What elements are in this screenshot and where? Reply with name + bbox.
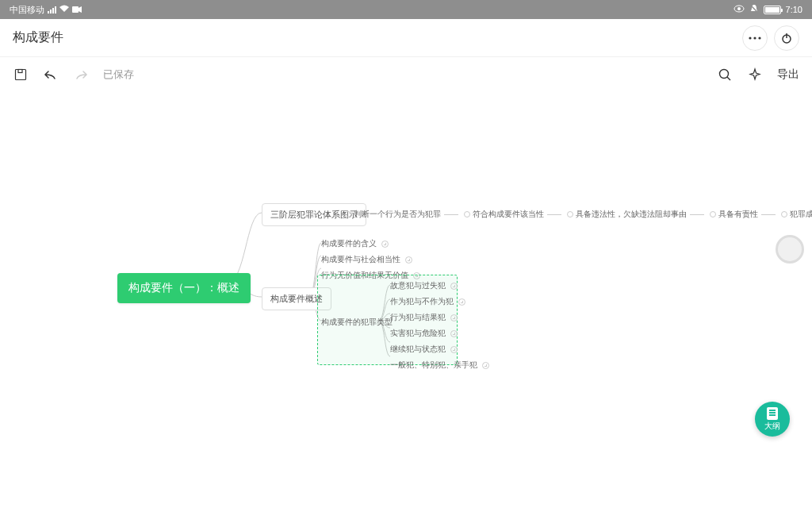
type-node-label: 作为犯与不作为犯: [390, 296, 454, 307]
flow-step[interactable]: 具备违法性，欠缺违法阻却事由: [576, 209, 687, 220]
types-node-label: 构成要件的犯罪类型: [321, 318, 393, 326]
svg-rect-10: [18, 70, 22, 73]
expand-icon[interactable]: [405, 256, 412, 264]
svg-point-5: [753, 37, 756, 39]
overview-node-label: 构成要件概述: [270, 294, 323, 303]
export-button[interactable]: 导出: [777, 67, 799, 82]
type-node-label: 继续犯与状态犯: [390, 344, 446, 355]
svg-line-12: [727, 77, 730, 80]
sparkle-icon[interactable]: [747, 67, 763, 83]
flow-step[interactable]: 判断一个行为是否为犯罪: [354, 209, 441, 220]
expand-icon[interactable]: [450, 346, 458, 353]
status-left: 中国移动: [10, 4, 82, 16]
search-icon[interactable]: [717, 67, 733, 83]
undo-icon[interactable]: [43, 67, 59, 83]
eye-icon: [733, 5, 745, 14]
type-node-label: 一般犯、特别犯、亲手犯: [390, 360, 477, 371]
svg-rect-0: [72, 6, 79, 13]
types-node[interactable]: 构成要件的犯罪类型: [321, 317, 393, 328]
bell-off-icon: [749, 4, 759, 15]
type-node[interactable]: 继续犯与状态犯: [390, 344, 489, 355]
svg-point-2: [737, 7, 741, 10]
sub-node[interactable]: 构成要件的含义: [321, 238, 420, 249]
document-icon: [767, 407, 778, 420]
outline-fab[interactable]: 大纲: [755, 402, 790, 437]
redo-icon[interactable]: [73, 67, 89, 83]
expand-icon[interactable]: [482, 362, 489, 369]
flow-step[interactable]: 犯罪成立: [790, 209, 812, 220]
power-button[interactable]: [774, 25, 799, 51]
expand-icon[interactable]: [450, 283, 458, 290]
android-status-bar: 中国移动 7:10: [0, 0, 812, 19]
sub-node-label: 构成要件与社会相当性: [321, 254, 400, 265]
battery-icon: [764, 6, 781, 14]
clock-label: 7:10: [786, 5, 802, 14]
title-bar: 构成要件: [0, 19, 812, 57]
mindmap-canvas[interactable]: 构成要件（一）：概述 三阶层犯罪论体系图示 判断一个行为是否为犯罪 符合构成要件…: [0, 92, 812, 508]
type-node-label: 行为犯与结果犯: [390, 312, 446, 323]
toolbar: 已保存 导出: [0, 57, 812, 92]
expand-icon[interactable]: [450, 314, 458, 321]
more-button[interactable]: [742, 25, 768, 51]
sub-node-label: 构成要件的含义: [321, 238, 377, 249]
floating-avatar[interactable]: [776, 235, 804, 264]
type-node[interactable]: 作为犯与不作为犯: [390, 296, 489, 307]
status-right: 7:10: [733, 4, 802, 15]
svg-point-11: [720, 70, 729, 79]
type-node-label: 实害犯与危险犯: [390, 328, 446, 339]
flow-step[interactable]: 符合构成要件该当性: [473, 209, 544, 220]
root-node-label: 构成要件（一）：概述: [128, 281, 239, 294]
types-list: 故意犯与过失犯 作为犯与不作为犯 行为犯与结果犯 实害犯与危险犯 继续犯与状态犯…: [390, 280, 489, 375]
flow-step[interactable]: 具备有责性: [718, 209, 758, 220]
svg-point-6: [758, 37, 760, 39]
expand-icon[interactable]: [381, 241, 389, 248]
saved-status: 已保存: [103, 67, 134, 82]
carrier-label: 中国移动: [10, 4, 44, 16]
svg-point-4: [749, 37, 751, 39]
system-flow: 判断一个行为是否为犯罪 符合构成要件该当性 具备违法性，欠缺违法阻却事由 具备有…: [343, 209, 812, 220]
title-actions: [742, 25, 799, 51]
sub-node[interactable]: 构成要件与社会相当性: [321, 254, 420, 265]
expand-icon[interactable]: [458, 298, 465, 306]
wifi-icon: [59, 5, 69, 14]
signal-icon: [48, 6, 56, 13]
expand-icon[interactable]: [450, 330, 458, 337]
fab-label: 大纲: [764, 421, 780, 432]
document-title: 构成要件: [13, 29, 63, 46]
type-node[interactable]: 行为犯与结果犯: [390, 312, 489, 323]
svg-rect-9: [16, 70, 26, 80]
type-node[interactable]: 实害犯与危险犯: [390, 328, 489, 339]
save-icon[interactable]: [13, 67, 29, 83]
root-node[interactable]: 构成要件（一）：概述: [117, 273, 251, 303]
type-node[interactable]: 故意犯与过失犯: [390, 280, 489, 291]
video-icon: [72, 5, 82, 14]
type-node[interactable]: 一般犯、特别犯、亲手犯: [390, 360, 489, 371]
type-node-label: 故意犯与过失犯: [390, 280, 446, 291]
